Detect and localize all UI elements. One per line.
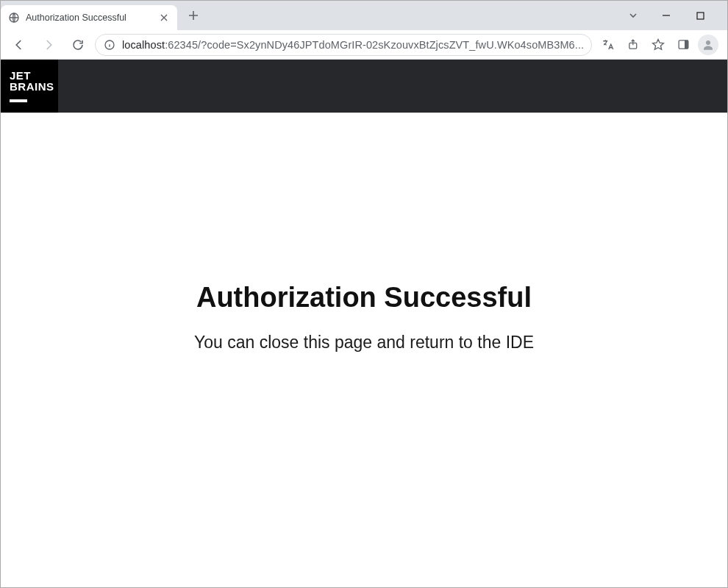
url-host: localhost xyxy=(122,39,165,51)
svg-point-6 xyxy=(706,40,710,45)
page-subtext: You can close this page and return to th… xyxy=(1,333,727,353)
logo-line2: BRAINS xyxy=(10,81,49,92)
address-bar[interactable]: localhost:62345/?code=Sx2ynNDy46JPTdoMGr… xyxy=(95,34,592,56)
new-tab-button[interactable] xyxy=(183,5,204,26)
tabstrip-row: Authorization Successful xyxy=(1,1,728,30)
share-icon[interactable] xyxy=(621,33,645,57)
url-path: /?code=Sx2ynNDy46JPTdoMGrIR-02sKzouvxBtZ… xyxy=(198,39,584,51)
avatar-icon xyxy=(698,35,718,55)
logo-underline xyxy=(10,99,27,102)
menu-button[interactable] xyxy=(721,33,728,57)
forward-button[interactable] xyxy=(36,32,61,57)
window-close-button[interactable] xyxy=(717,1,728,30)
side-panel-icon[interactable] xyxy=(671,33,695,57)
site-header: JET BRAINS xyxy=(1,60,727,113)
url-port: :62345 xyxy=(165,39,198,51)
tab-title: Authorization Successful xyxy=(26,13,152,23)
browser-chrome: Authorization Successful xyxy=(1,1,727,60)
page-content: JET BRAINS Authorization Successful You … xyxy=(1,60,727,587)
back-button[interactable] xyxy=(7,32,32,57)
browser-tab[interactable]: Authorization Successful xyxy=(1,5,177,30)
main-content: Authorization Successful You can close t… xyxy=(1,113,727,353)
bookmark-icon[interactable] xyxy=(646,33,670,57)
site-info-icon[interactable] xyxy=(103,38,116,52)
window-minimize-button[interactable] xyxy=(649,1,683,30)
globe-icon xyxy=(8,12,20,24)
url-text: localhost:62345/?code=Sx2ynNDy46JPTdoMGr… xyxy=(122,39,584,51)
svg-rect-1 xyxy=(697,13,704,19)
svg-rect-5 xyxy=(685,40,688,49)
translate-icon[interactable] xyxy=(596,33,620,57)
reload-button[interactable] xyxy=(65,32,90,57)
jetbrains-logo[interactable]: JET BRAINS xyxy=(1,60,58,113)
close-tab-button[interactable] xyxy=(158,12,170,24)
toolbar-actions xyxy=(596,33,728,57)
page-heading: Authorization Successful xyxy=(1,282,727,314)
browser-toolbar: localhost:62345/?code=Sx2ynNDy46JPTdoMGr… xyxy=(1,30,728,60)
chevron-down-icon[interactable] xyxy=(621,1,645,30)
window-maximize-button[interactable] xyxy=(683,1,717,30)
logo-line1: JET xyxy=(10,70,49,81)
profile-button[interactable] xyxy=(696,33,720,57)
